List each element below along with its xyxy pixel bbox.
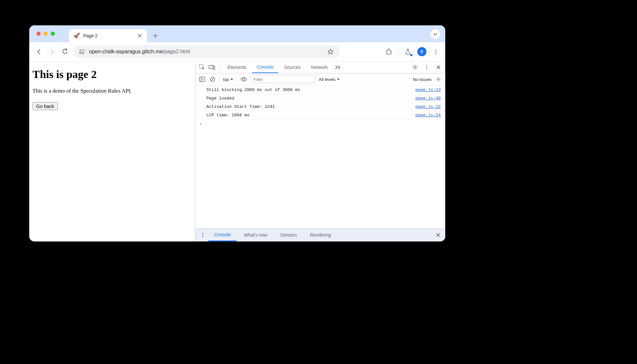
devtools-tabs: Elements Console Sources Network xyxy=(195,62,445,73)
reload-button[interactable] xyxy=(60,47,70,56)
devtools-tab-console[interactable]: Console xyxy=(252,62,278,73)
devtools-tab-sources[interactable]: Sources xyxy=(280,62,305,73)
forward-button[interactable] xyxy=(47,47,57,56)
clear-console-icon[interactable] xyxy=(209,76,216,83)
svg-point-2 xyxy=(80,52,82,54)
console-toolbar: top All levels No Issues xyxy=(195,73,445,86)
svg-point-20 xyxy=(438,79,439,80)
svg-point-6 xyxy=(435,51,436,52)
inspect-element-icon[interactable] xyxy=(198,63,206,72)
close-drawer-icon[interactable] xyxy=(434,231,442,239)
toggle-sidebar-icon[interactable] xyxy=(199,76,206,83)
content-area: This is page 2 This is a demo of the Spe… xyxy=(29,62,445,241)
svg-rect-3 xyxy=(82,52,84,53)
toolbar-divider xyxy=(398,48,398,56)
console-message: Still blocking 2000 ms out of 3000 ms xyxy=(206,87,415,92)
drawer-tab-sensors[interactable]: Sensors xyxy=(274,228,303,241)
console-message: Page loaded xyxy=(206,96,415,101)
devtools-panel: Elements Console Sources Network xyxy=(195,62,445,241)
svg-rect-10 xyxy=(213,66,215,69)
divider xyxy=(237,76,237,82)
console-source-link[interactable]: page.js:40 xyxy=(415,96,441,101)
bookmark-icon[interactable] xyxy=(326,47,335,56)
back-button[interactable] xyxy=(34,47,44,56)
console-source-link[interactable]: page.js:24 xyxy=(415,113,441,118)
url-text: open-chalk-asparagus.glitch.me/page2.htm… xyxy=(89,49,190,55)
toolbar-right: B xyxy=(384,47,440,56)
window-controls xyxy=(36,32,55,36)
console-prompt[interactable]: › xyxy=(195,120,445,128)
console-source-link[interactable]: page.js:22 xyxy=(415,104,441,109)
page-paragraph: This is a demo of the Speculation Rules … xyxy=(32,88,192,94)
drawer-tab-rendering[interactable]: Rendering xyxy=(304,228,337,241)
close-window-button[interactable] xyxy=(36,32,41,36)
devtools-menu-icon[interactable] xyxy=(422,63,431,72)
svg-rect-0 xyxy=(79,50,82,50)
svg-rect-15 xyxy=(200,77,205,82)
console-output: Still blocking 2000 ms out of 3000 ms pa… xyxy=(195,86,445,228)
devtools-tab-network[interactable]: Network xyxy=(306,62,332,73)
console-row: LCP time: 1068 ms page.js:24 xyxy=(195,111,445,120)
console-filter-input[interactable] xyxy=(251,75,316,83)
console-message: LCP time: 1068 ms xyxy=(206,113,415,118)
drawer-tab-whatsnew[interactable]: What's new xyxy=(238,228,273,241)
browser-tab[interactable]: 🚀 Page 2 xyxy=(69,29,147,42)
svg-point-22 xyxy=(202,235,203,236)
close-tab-button[interactable] xyxy=(137,33,142,38)
minimize-window-button[interactable] xyxy=(44,32,48,36)
devtools-drawer: Console What's new Sensors Rendering xyxy=(195,228,445,241)
menu-icon[interactable] xyxy=(432,47,440,56)
log-levels-selector[interactable]: All levels xyxy=(319,77,340,82)
maximize-window-button[interactable] xyxy=(51,32,55,36)
divider xyxy=(219,64,220,71)
svg-point-5 xyxy=(435,49,436,50)
page-viewport: This is page 2 This is a demo of the Spe… xyxy=(29,62,195,241)
svg-point-13 xyxy=(426,67,427,68)
svg-point-23 xyxy=(202,236,203,237)
new-tab-button[interactable] xyxy=(153,33,158,38)
settings-icon[interactable] xyxy=(411,63,419,72)
go-back-button[interactable]: Go back xyxy=(32,102,58,110)
tab-title: Page 2 xyxy=(83,33,134,38)
tabs-menu-button[interactable] xyxy=(430,29,440,39)
svg-point-21 xyxy=(202,233,203,234)
tab-strip: 🚀 Page 2 xyxy=(29,25,445,42)
svg-point-19 xyxy=(243,78,245,80)
live-expression-icon[interactable] xyxy=(240,76,247,83)
svg-point-7 xyxy=(435,53,436,54)
browser-window: 🚀 Page 2 open-chalk-asparagus.glitch.me xyxy=(29,25,445,241)
console-source-link[interactable]: page.js:13 xyxy=(415,87,441,92)
console-message: Activation Start Time: 2241 xyxy=(206,104,415,109)
console-settings-icon[interactable] xyxy=(435,76,442,83)
svg-point-12 xyxy=(426,65,427,66)
profile-avatar[interactable]: B xyxy=(417,47,426,56)
svg-point-11 xyxy=(414,66,416,68)
drawer-menu-icon[interactable] xyxy=(199,231,207,239)
more-tabs-icon[interactable] xyxy=(333,63,342,72)
svg-rect-4 xyxy=(82,53,84,54)
page-heading: This is page 2 xyxy=(32,68,192,81)
labs-icon[interactable] xyxy=(404,47,412,56)
tab-favicon: 🚀 xyxy=(73,32,80,39)
browser-toolbar: open-chalk-asparagus.glitch.me/page2.htm… xyxy=(29,42,445,62)
issues-label[interactable]: No Issues xyxy=(413,77,432,82)
console-row: Page loaded page.js:40 xyxy=(195,94,445,103)
svg-rect-9 xyxy=(209,65,213,69)
console-row: Activation Start Time: 2241 page.js:22 xyxy=(195,103,445,111)
svg-rect-1 xyxy=(82,50,84,50)
site-info-icon[interactable] xyxy=(79,48,85,55)
console-row: Still blocking 2000 ms out of 3000 ms pa… xyxy=(195,86,445,94)
device-toolbar-icon[interactable] xyxy=(208,63,216,72)
devtools-tab-elements[interactable]: Elements xyxy=(223,62,251,73)
svg-point-14 xyxy=(426,69,427,70)
svg-line-18 xyxy=(211,78,214,81)
extensions-icon[interactable] xyxy=(384,47,393,56)
drawer-tab-console[interactable]: Console xyxy=(208,228,237,241)
close-devtools-icon[interactable] xyxy=(434,63,443,72)
console-context-selector[interactable]: top xyxy=(223,77,233,82)
address-bar[interactable]: open-chalk-asparagus.glitch.me/page2.htm… xyxy=(73,45,340,58)
divider xyxy=(219,76,220,82)
